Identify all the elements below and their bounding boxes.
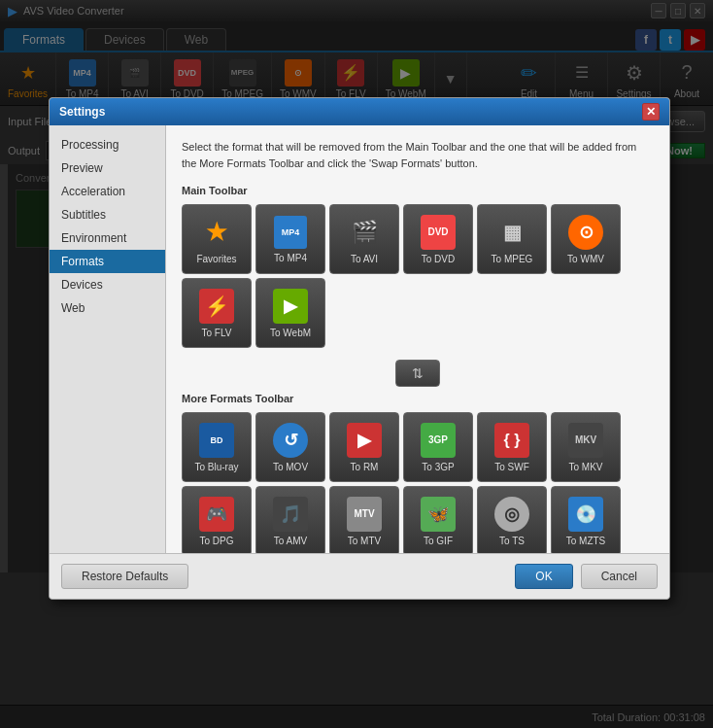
format-btn-amv[interactable]: 🎵 To AMV <box>255 486 325 553</box>
more-formats-section-label: More Formats Toolbar <box>182 393 654 404</box>
mov-format-label: To MOV <box>273 462 308 472</box>
avi-format-label: To AVI <box>351 254 378 264</box>
swap-formats-button[interactable]: ⇅ <box>395 360 440 387</box>
flv-format-icon: ⚡ <box>199 289 234 324</box>
webm-format-label: To WebM <box>270 328 311 338</box>
ts-format-icon: ◎ <box>494 497 529 532</box>
gif-format-icon: 🦋 <box>421 497 456 532</box>
format-btn-dpg[interactable]: 🎮 To DPG <box>182 486 252 553</box>
format-btn-3gp[interactable]: 3GP To 3GP <box>403 412 473 482</box>
favorites-label: Favorites <box>196 254 236 264</box>
swf-format-label: To SWF <box>494 462 529 472</box>
rm-format-label: To RM <box>351 462 379 472</box>
rm-format-icon: ▶ <box>347 423 382 458</box>
dvd-format-label: To DVD <box>422 254 455 264</box>
sidebar-item-subtitles[interactable]: Subtitles <box>50 203 165 226</box>
sidebar-item-devices[interactable]: Devices <box>50 273 165 296</box>
bluray-format-icon: BD <box>199 423 234 458</box>
mtv-format-label: To MTV <box>348 536 381 546</box>
webm-format-icon: ▶ <box>273 289 308 324</box>
sidebar-item-acceleration[interactable]: Acceleration <box>50 180 165 203</box>
format-btn-swf[interactable]: { } To SWF <box>477 412 547 482</box>
3gp-format-label: To 3GP <box>422 462 454 472</box>
wmv-format-icon: ⊙ <box>568 215 603 250</box>
format-btn-dvd[interactable]: DVD To DVD <box>403 204 473 274</box>
avi-format-icon: 🎬 <box>347 215 382 250</box>
main-toolbar-section-label: Main Toolbar <box>182 185 654 196</box>
format-btn-mtv[interactable]: MTV To MTV <box>329 486 399 553</box>
dpg-format-label: To DPG <box>199 536 233 546</box>
settings-dialog: Settings ✕ Processing Preview Accelerati… <box>49 97 670 600</box>
format-btn-flv[interactable]: ⚡ To FLV <box>182 278 252 348</box>
format-btn-favorites[interactable]: ★ Favorites <box>182 204 252 274</box>
format-btn-mpeg[interactable]: ▦ To MPEG <box>477 204 547 274</box>
main-toolbar-format-grid: ★ Favorites MP4 To MP4 🎬 To AVI <box>182 204 654 348</box>
format-btn-rm[interactable]: ▶ To RM <box>329 412 399 482</box>
wmv-format-label: To WMV <box>567 254 604 264</box>
restore-defaults-button[interactable]: Restore Defaults <box>61 564 188 589</box>
gif-format-label: To GIF <box>424 536 453 546</box>
sidebar-item-web[interactable]: Web <box>50 296 165 320</box>
mzts-format-icon: 💿 <box>568 497 603 532</box>
favorites-icon: ★ <box>199 215 234 250</box>
sidebar-item-processing[interactable]: Processing <box>50 133 165 156</box>
amv-format-label: To AMV <box>274 536 307 546</box>
amv-format-icon: 🎵 <box>273 497 308 532</box>
format-btn-mzts[interactable]: 💿 To MZTS <box>551 486 621 553</box>
mzts-format-label: To MZTS <box>566 536 606 546</box>
ts-format-label: To TS <box>499 536 525 546</box>
modal-overlay: Settings ✕ Processing Preview Accelerati… <box>0 0 713 728</box>
format-btn-mp4[interactable]: MP4 To MP4 <box>255 204 325 274</box>
mtv-format-icon: MTV <box>347 497 382 532</box>
dialog-content: Select the format that will be removed f… <box>166 125 669 553</box>
3gp-format-icon: 3GP <box>421 423 456 458</box>
format-btn-mkv[interactable]: MKV To MKV <box>551 412 621 482</box>
mp4-format-label: To MP4 <box>274 253 307 263</box>
cancel-button[interactable]: Cancel <box>581 564 658 589</box>
sidebar-item-preview[interactable]: Preview <box>50 156 165 180</box>
dialog-description: Select the format that will be removed f… <box>182 139 654 171</box>
dialog-close-button[interactable]: ✕ <box>642 103 660 121</box>
sidebar-item-environment[interactable]: Environment <box>50 226 165 250</box>
swf-format-icon: { } <box>494 423 529 458</box>
ok-button[interactable]: OK <box>515 564 572 589</box>
dpg-format-icon: 🎮 <box>199 497 234 532</box>
dialog-footer: Restore Defaults OK Cancel <box>50 553 669 599</box>
sidebar-item-formats[interactable]: Formats <box>50 250 165 273</box>
swap-btn-container: ⇅ <box>182 360 654 387</box>
format-btn-mov[interactable]: ↺ To MOV <box>255 412 325 482</box>
format-btn-ts[interactable]: ◎ To TS <box>477 486 547 553</box>
dvd-format-icon: DVD <box>421 215 456 250</box>
mpeg-format-icon: ▦ <box>494 215 529 250</box>
format-btn-avi[interactable]: 🎬 To AVI <box>329 204 399 274</box>
format-btn-wmv[interactable]: ⊙ To WMV <box>551 204 621 274</box>
dialog-sidebar: Processing Preview Acceleration Subtitle… <box>50 125 166 553</box>
mpeg-format-label: To MPEG <box>492 254 533 264</box>
footer-right-buttons: OK Cancel <box>515 564 658 589</box>
dialog-body: Processing Preview Acceleration Subtitle… <box>50 125 669 553</box>
format-btn-webm[interactable]: ▶ To WebM <box>255 278 325 348</box>
dialog-titlebar: Settings ✕ <box>50 98 669 125</box>
dialog-title: Settings <box>59 105 105 119</box>
format-btn-bluray[interactable]: BD To Blu-ray <box>182 412 252 482</box>
mov-format-icon: ↺ <box>273 423 308 458</box>
bluray-format-label: To Blu-ray <box>194 462 238 472</box>
format-btn-gif[interactable]: 🦋 To GIF <box>403 486 473 553</box>
mkv-format-icon: MKV <box>568 423 603 458</box>
flv-format-label: To FLV <box>202 328 232 338</box>
more-formats-grid: BD To Blu-ray ↺ To MOV ▶ To RM <box>182 412 654 553</box>
mkv-format-label: To MKV <box>568 462 602 472</box>
mp4-format-icon: MP4 <box>274 216 307 249</box>
